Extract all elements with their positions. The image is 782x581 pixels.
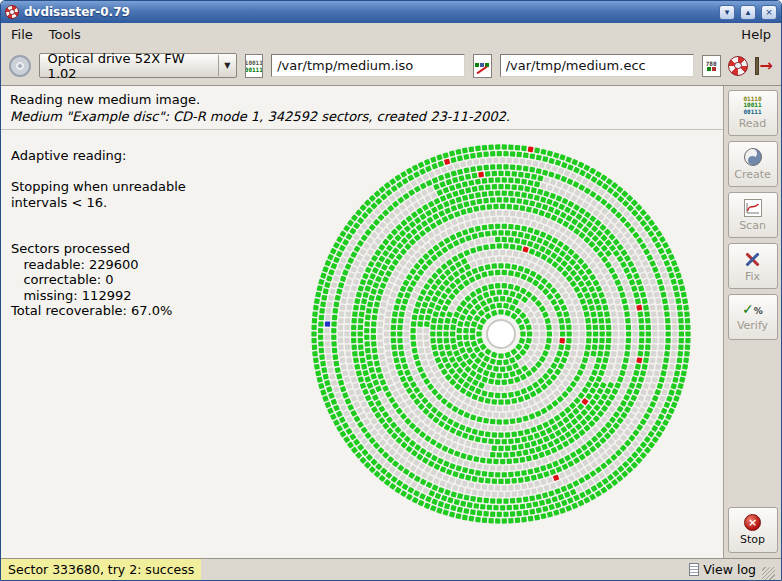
fix-button[interactable]: Fix bbox=[728, 243, 778, 289]
quit-door-icon bbox=[755, 57, 759, 75]
ecc-file-icon bbox=[473, 54, 492, 78]
quit-icon[interactable]: → bbox=[755, 57, 773, 75]
close-button[interactable]: × bbox=[761, 5, 777, 20]
drive-select-value: Optical drive 52X FW 1.02 bbox=[48, 51, 215, 81]
maximize-button[interactable]: ▴ bbox=[740, 5, 756, 20]
verify-check-icon: ✓ % bbox=[742, 302, 763, 317]
iso-file-icon: 10011 00111 bbox=[245, 54, 264, 78]
verify-button-label: Verify bbox=[737, 319, 768, 332]
read-button-label: Read bbox=[739, 117, 767, 130]
stop-button[interactable]: × Stop bbox=[728, 507, 778, 553]
iso-icon-digits: 10011 bbox=[245, 59, 263, 66]
view-log-button[interactable]: View log bbox=[689, 562, 756, 577]
create-yinyang-icon bbox=[744, 148, 762, 166]
iso-icon-digits: 00111 bbox=[245, 66, 263, 73]
titlebar[interactable]: dvdisaster-0.79 ▾ ▴ × bbox=[1, 1, 781, 23]
adaptive-reading-info: Adaptive reading: Stopping when unreadab… bbox=[11, 148, 186, 319]
read-button[interactable]: 01110 10011 00111 Read bbox=[728, 90, 778, 136]
scan-button-label: Scan bbox=[739, 219, 766, 232]
minimize-button[interactable]: ▾ bbox=[719, 5, 735, 20]
read-binary-icon: 01110 10011 00111 bbox=[743, 96, 761, 116]
resize-grip[interactable] bbox=[762, 567, 775, 580]
help-lifering-icon[interactable] bbox=[728, 56, 748, 76]
preferences-icon-text: 780 bbox=[706, 60, 717, 67]
status-header: Reading new medium image. Medium "Exampl… bbox=[1, 86, 723, 130]
create-button[interactable]: Create bbox=[728, 141, 778, 187]
scan-chart-icon bbox=[744, 199, 762, 217]
reading-area: Adaptive reading: Stopping when unreadab… bbox=[1, 130, 723, 558]
stop-button-label: Stop bbox=[740, 533, 765, 546]
verify-button[interactable]: ✓ % Verify bbox=[728, 294, 778, 340]
disc-spiral-visualization bbox=[301, 134, 701, 534]
create-button-label: Create bbox=[734, 168, 771, 181]
ecc-path-input[interactable] bbox=[500, 54, 694, 77]
menubar: File Tools Help bbox=[1, 23, 781, 46]
fix-button-label: Fix bbox=[745, 270, 760, 283]
menu-help[interactable]: Help bbox=[733, 24, 779, 45]
toolbar-right-group: 780 → bbox=[702, 55, 773, 77]
app-window: dvdisaster-0.79 ▾ ▴ × File Tools Help Op… bbox=[0, 0, 782, 581]
iso-path-input[interactable] bbox=[271, 54, 465, 77]
ecc-icon-pen bbox=[477, 65, 488, 74]
preferences-icon[interactable]: 780 bbox=[702, 55, 721, 77]
main-column: Reading new medium image. Medium "Exampl… bbox=[1, 86, 724, 558]
drive-select[interactable]: Optical drive 52X FW 1.02 ▼ bbox=[39, 53, 237, 78]
action-sidebar: 01110 10011 00111 Read Create Scan bbox=[724, 86, 781, 558]
view-log-label: View log bbox=[703, 562, 756, 577]
operation-status-text: Reading new medium image. bbox=[10, 91, 714, 108]
menu-file[interactable]: File bbox=[3, 24, 41, 45]
log-page-icon bbox=[689, 563, 699, 576]
status-message: Sector 333680, try 2: success bbox=[1, 559, 201, 580]
fix-tools-icon bbox=[743, 250, 763, 268]
menu-tools[interactable]: Tools bbox=[41, 24, 89, 45]
window-title: dvdisaster-0.79 bbox=[24, 5, 130, 19]
window-icon[interactable] bbox=[5, 5, 19, 19]
stop-icon: × bbox=[744, 514, 761, 531]
statusbar: Sector 333680, try 2: success View log bbox=[1, 558, 781, 580]
chevron-down-icon: ▼ bbox=[218, 55, 230, 76]
quit-arrow-icon: → bbox=[760, 58, 773, 74]
toolbar: Optical drive 52X FW 1.02 ▼ 10011 00111 … bbox=[1, 46, 781, 86]
content-row: Reading new medium image. Medium "Exampl… bbox=[1, 86, 781, 558]
scan-button[interactable]: Scan bbox=[728, 192, 778, 238]
preferences-icon-marks bbox=[707, 67, 716, 71]
drive-icon[interactable] bbox=[9, 55, 31, 77]
medium-info-text: Medium "Example disc": CD-R mode 1, 3425… bbox=[10, 108, 714, 125]
ecc-icon-marks bbox=[475, 63, 489, 67]
